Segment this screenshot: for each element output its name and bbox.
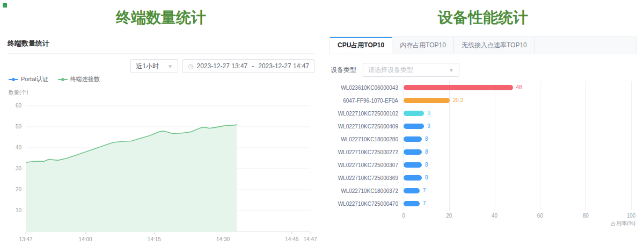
cpu-usage-bar — [404, 175, 422, 181]
bar-track: 8 — [404, 171, 631, 184]
cpu-usage-bar — [404, 136, 422, 142]
device-name-label: WL023610KC06000043 — [330, 85, 404, 91]
svg-text:60: 60 — [16, 103, 22, 109]
cpu-usage-bar — [404, 201, 420, 206]
time-range-select[interactable]: 近1小时 ▼ — [130, 59, 178, 73]
svg-text:20: 20 — [16, 186, 22, 192]
x-axis-tick: 60 — [537, 213, 543, 219]
device-type-filter: 设备类型 请选择设备类型 ▼ — [331, 63, 636, 77]
svg-text:14:15: 14:15 — [148, 236, 161, 242]
date-separator: - — [252, 62, 254, 70]
bar-value-label: 7 — [423, 188, 426, 193]
bar-row: WL023610KC0600004348 — [330, 81, 636, 94]
svg-text:40: 40 — [16, 145, 22, 150]
x-axis-tick: 100 — [627, 213, 636, 219]
bar-value-label: 20.2 — [453, 97, 463, 103]
svg-text:50: 50 — [16, 124, 22, 129]
tab-ap-rate-top10[interactable]: 无线接入点速率TOP10 — [454, 37, 535, 54]
time-controls: 近1小时 ▼ ◷ 2023-12-27 13:47 - 2023-12-27 1… — [8, 59, 314, 73]
line-chart-legend: Portal认证 终端连接数 — [9, 75, 314, 83]
dashboard-page: 终端数量统计 终端数量统计 近1小时 ▼ ◷ 2023-12-27 13:47 … — [0, 0, 644, 245]
cpu-usage-bar — [404, 111, 424, 116]
x-axis-tick: 20 — [446, 213, 452, 219]
legend-line-marker — [9, 77, 18, 82]
bar-value-label: 48 — [516, 84, 522, 90]
cpu-usage-bar — [404, 188, 420, 193]
bar-value-label: 8 — [425, 136, 428, 142]
svg-text:30: 30 — [16, 165, 22, 171]
device-type-placeholder: 请选择设备类型 — [368, 66, 413, 75]
bar-value-label: 9 — [427, 123, 430, 129]
terminal-line-chart: 10203040506013:4714:0014:1514:3014:4514:… — [8, 97, 314, 245]
device-perf-section: 设备性能统计 CPU占用TOP10 内存占用TOP10 无线接入点速率TOP10… — [322, 0, 644, 245]
device-name-label: 6047-FF96-1070-EF0A — [330, 98, 404, 104]
bar-track: 8 — [404, 133, 631, 146]
x-axis-tick: 0 — [402, 213, 405, 219]
time-range-value: 近1小时 — [136, 62, 159, 71]
chevron-down-icon: ▼ — [167, 63, 173, 69]
bar-row: WL022710KC180003727 — [330, 184, 636, 197]
device-name-label: WL022710KC18000372 — [330, 188, 404, 194]
cpu-usage-bar — [404, 98, 450, 103]
bar-track: 8 — [404, 158, 631, 171]
bar-value-label: 8 — [425, 162, 428, 168]
terminal-stats-section: 终端数量统计 终端数量统计 近1小时 ▼ ◷ 2023-12-27 13:47 … — [0, 0, 322, 245]
bar-row: WL022710KC7250004707 — [330, 197, 636, 210]
x-axis-tick: 40 — [492, 213, 497, 219]
bar-value-label: 8 — [425, 175, 428, 181]
cpu-usage-bar — [404, 149, 422, 155]
legend-label: Portal认证 — [21, 75, 48, 83]
bar-track: 9 — [404, 120, 631, 133]
bar-row: WL022710KC7250002728 — [330, 146, 636, 158]
legend-line-marker — [58, 77, 68, 82]
bar-row: WL022710KC7250003078 — [330, 158, 636, 171]
legend-item-connections[interactable]: 终端连接数 — [58, 75, 100, 83]
bar-track: 8 — [404, 146, 631, 158]
bar-row: WL022710KC7250004099 — [330, 120, 636, 133]
device-name-label: WL022710KC725000102 — [330, 111, 404, 117]
svg-text:14:30: 14:30 — [216, 236, 230, 242]
tab-cpu-top10[interactable]: CPU占用TOP10 — [330, 37, 392, 54]
cpu-usage-bar — [404, 124, 424, 129]
bar-value-label: 9 — [427, 110, 430, 116]
legend-item-portal[interactable]: Portal认证 — [9, 75, 48, 83]
tab-memory-top10[interactable]: 内存占用TOP10 — [392, 37, 454, 54]
bar-track: 9 — [404, 107, 631, 120]
device-type-label: 设备类型 — [331, 66, 356, 75]
bar-row: 6047-FF96-1070-EF0A20.2 — [330, 94, 636, 107]
device-name-label: WL022710KC725000307 — [330, 162, 404, 168]
device-name-label: WL022710KC18000280 — [330, 136, 404, 142]
date-end: 2023-12-27 14:47 — [258, 62, 309, 70]
bar-track: 7 — [404, 184, 631, 197]
x-axis-title: 占用率(%) — [611, 220, 635, 227]
device-type-select[interactable]: 请选择设备类型 ▼ — [363, 63, 459, 77]
device-name-label: WL022710KC725000470 — [330, 201, 404, 207]
bar-value-label: 7 — [423, 200, 426, 206]
cpu-usage-bar — [404, 85, 513, 90]
terminal-section-title: 终端数量统计 — [8, 8, 314, 28]
bar-track: 7 — [404, 197, 631, 210]
perf-tabs: CPU占用TOP10 内存占用TOP10 无线接入点速率TOP10 — [330, 37, 636, 54]
device-name-label: WL022710KC725000272 — [330, 149, 404, 155]
terminal-panel-title: 终端数量统计 — [8, 37, 314, 54]
bar-row: WL022710KC7250001029 — [330, 107, 636, 120]
cpu-top10-bar-chart: WL023610KC06000043486047-FF96-1070-EF0A2… — [330, 81, 636, 227]
legend-label: 终端连接数 — [70, 75, 100, 83]
bar-plot-area: WL023610KC06000043486047-FF96-1070-EF0A2… — [330, 81, 636, 210]
bar-track: 20.2 — [404, 94, 631, 107]
x-axis-tick: 80 — [583, 213, 589, 219]
date-start: 2023-12-27 13:47 — [197, 62, 248, 70]
svg-text:10: 10 — [16, 207, 22, 213]
clock-icon: ◷ — [188, 62, 193, 70]
device-name-label: WL022710KC725000369 — [330, 175, 404, 181]
bar-row: WL022710KC180002808 — [330, 133, 636, 146]
svg-text:14:47: 14:47 — [303, 236, 317, 242]
bar-track: 48 — [404, 81, 631, 94]
svg-text:14:00: 14:00 — [79, 236, 92, 242]
y-axis-title: 数量(个) — [9, 89, 314, 96]
svg-text:13:47: 13:47 — [19, 236, 32, 242]
date-range-picker[interactable]: ◷ 2023-12-27 13:47 - 2023-12-27 14:47 — [182, 59, 314, 73]
cpu-usage-bar — [404, 162, 422, 168]
chevron-down-icon: ▼ — [449, 67, 454, 73]
bar-x-axis: 占用率(%) 020406080100 — [404, 210, 631, 227]
